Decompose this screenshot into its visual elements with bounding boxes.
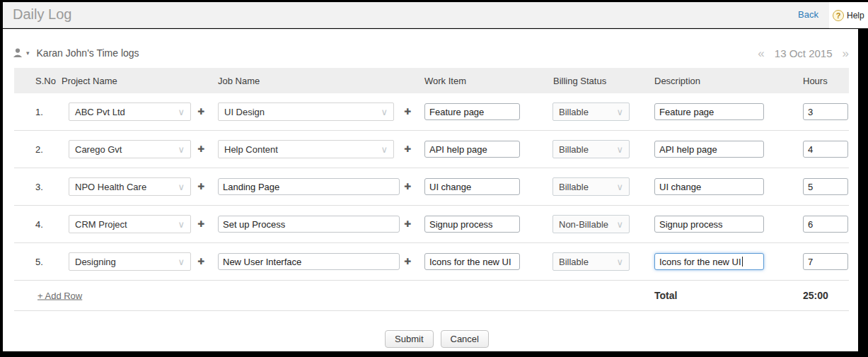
- job-select-value: Help Content: [224, 144, 278, 155]
- billing-status-select[interactable]: Billable ∨: [552, 140, 630, 158]
- description-input[interactable]: [654, 216, 764, 233]
- chevron-down-icon: ∨: [616, 182, 623, 192]
- column-header-billing-status: Billing Status: [553, 76, 606, 86]
- project-select-value: NPO Health Care: [75, 182, 146, 192]
- hours-input[interactable]: [803, 178, 848, 195]
- date-label: 13 Oct 2015: [775, 47, 833, 59]
- description-input[interactable]: [654, 178, 764, 195]
- job-name-input[interactable]: [218, 253, 400, 270]
- job-select[interactable]: Help Content ∨: [218, 140, 394, 158]
- table-row: 4. CRM Project ∨ ✚ ✚ Non-Billable ∨: [14, 206, 849, 243]
- help-icon: ?: [833, 10, 844, 21]
- work-item-input[interactable]: [424, 178, 520, 195]
- user-menu-button[interactable]: ▾ Karan John's Time logs: [13, 47, 139, 59]
- project-select-value: Carego Gvt: [75, 144, 122, 155]
- project-select[interactable]: NPO Health Care ∨: [69, 177, 191, 196]
- billing-status-value: Billable: [559, 257, 589, 267]
- description-input-value: Icons for the new UI: [659, 257, 741, 267]
- add-job-button[interactable]: ✚: [403, 107, 412, 117]
- add-project-button[interactable]: ✚: [196, 107, 206, 117]
- hours-input[interactable]: [803, 103, 848, 120]
- form-actions: Submit Cancel: [16, 330, 858, 348]
- column-header-description: Description: [654, 76, 700, 86]
- chevron-down-icon: ∨: [616, 107, 623, 117]
- caret-down-icon: ▾: [26, 49, 30, 57]
- back-link[interactable]: Back: [798, 9, 818, 20]
- chevron-down-icon: ∨: [381, 144, 388, 155]
- billing-status-select[interactable]: Billable ∨: [552, 103, 630, 121]
- row-number: 2.: [35, 144, 43, 155]
- add-row-link[interactable]: + Add Row: [37, 291, 82, 301]
- add-job-button[interactable]: ✚: [403, 144, 412, 154]
- add-project-button[interactable]: ✚: [196, 182, 206, 192]
- main-panel: ▾ Karan John's Time logs « 13 Oct 2015 »…: [3, 29, 858, 351]
- help-button[interactable]: ? Help: [829, 2, 868, 28]
- description-input[interactable]: [654, 103, 764, 120]
- chevron-down-icon: ∨: [178, 257, 185, 267]
- billing-status-value: Billable: [559, 182, 589, 192]
- table-row: 2. Carego Gvt ∨ ✚ Help Content ∨ ✚ Billa…: [14, 131, 849, 168]
- add-job-button[interactable]: ✚: [403, 257, 412, 267]
- cancel-button[interactable]: Cancel: [441, 330, 489, 348]
- chevron-down-icon: ∨: [616, 257, 623, 267]
- column-header-sno: S.No: [35, 76, 56, 86]
- submit-button[interactable]: Submit: [385, 330, 433, 348]
- job-select[interactable]: UI Design ∨: [218, 103, 394, 121]
- project-select-value: ABC Pvt Ltd: [75, 107, 125, 117]
- chevron-down-icon: ∨: [616, 144, 623, 155]
- user-icon: [13, 48, 23, 58]
- user-timelogs-title: Karan John's Time logs: [37, 47, 139, 59]
- work-item-input[interactable]: [424, 253, 520, 270]
- prev-date-button[interactable]: «: [758, 47, 764, 59]
- billing-status-value: Billable: [559, 107, 589, 117]
- description-input-focused[interactable]: Icons for the new UI: [654, 253, 764, 270]
- add-project-button[interactable]: ✚: [196, 219, 206, 229]
- chevron-down-icon: ∨: [381, 107, 388, 117]
- project-select[interactable]: Designing ∨: [69, 252, 191, 271]
- total-label: Total: [654, 290, 677, 301]
- table-header: S.No Project Name Job Name Work Item Bil…: [14, 68, 849, 93]
- table-row: 3. NPO Health Care ∨ ✚ ✚ Billable ∨: [14, 168, 849, 206]
- job-name-input[interactable]: [218, 178, 400, 195]
- help-label: Help: [847, 11, 864, 21]
- table-footer: + Add Row Total 25:00: [14, 281, 849, 311]
- page-title: Daily Log: [13, 6, 71, 23]
- job-name-input[interactable]: [218, 216, 400, 233]
- hours-input[interactable]: [803, 141, 848, 158]
- work-item-input[interactable]: [424, 103, 520, 120]
- work-item-input[interactable]: [424, 141, 520, 158]
- chevron-down-icon: ∨: [178, 107, 185, 117]
- hours-input[interactable]: [803, 253, 848, 270]
- project-select[interactable]: Carego Gvt ∨: [69, 140, 191, 158]
- work-item-input[interactable]: [424, 216, 520, 233]
- column-header-project-name: Project Name: [62, 76, 117, 86]
- job-select-value: UI Design: [224, 107, 265, 117]
- chevron-down-icon: ∨: [178, 219, 185, 230]
- billing-status-value: Non-Billable: [559, 219, 608, 230]
- project-select[interactable]: CRM Project ∨: [69, 215, 191, 233]
- table-row: 1. ABC Pvt Ltd ∨ ✚ UI Design ∨ ✚ Billabl…: [14, 93, 849, 131]
- billing-status-select[interactable]: Billable ∨: [552, 177, 630, 196]
- top-bar: Daily Log Back ? Help: [3, 2, 868, 28]
- row-number: 4.: [35, 219, 43, 230]
- table-row: 5. Designing ∨ ✚ ✚ Billable ∨ Icons for …: [14, 243, 849, 281]
- add-job-button[interactable]: ✚: [403, 182, 412, 192]
- project-select-value: CRM Project: [75, 219, 127, 230]
- total-value: 25:00: [803, 290, 828, 301]
- row-number: 1.: [35, 107, 43, 117]
- row-number: 5.: [35, 257, 43, 267]
- add-project-button[interactable]: ✚: [196, 144, 206, 154]
- project-select[interactable]: ABC Pvt Ltd ∨: [69, 103, 191, 121]
- add-project-button[interactable]: ✚: [196, 257, 206, 267]
- billing-status-select[interactable]: Billable ∨: [552, 252, 630, 271]
- column-header-hours: Hours: [803, 76, 828, 86]
- billing-status-select[interactable]: Non-Billable ∨: [552, 215, 630, 233]
- hours-input[interactable]: [803, 216, 848, 233]
- column-header-job-name: Job Name: [218, 76, 260, 86]
- chevron-down-icon: ∨: [178, 182, 185, 192]
- description-input[interactable]: [654, 141, 764, 158]
- next-date-button[interactable]: »: [843, 47, 849, 59]
- date-navigation: « 13 Oct 2015 »: [758, 47, 849, 59]
- add-job-button[interactable]: ✚: [403, 219, 412, 229]
- billing-status-value: Billable: [559, 144, 589, 155]
